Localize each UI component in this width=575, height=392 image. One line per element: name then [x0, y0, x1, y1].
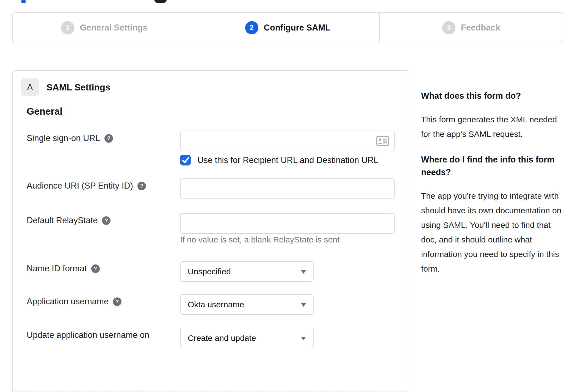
help-icon[interactable]: ?: [91, 264, 100, 273]
wizard-stepper: 1 General Settings 2 Configure SAML 3 Fe…: [12, 12, 563, 43]
help-heading-where: Where do I find the info this form needs…: [421, 153, 566, 179]
help-heading-what: What does this form do?: [421, 90, 566, 102]
cutoff-title-fragment-blue: [21, 0, 26, 3]
update-username-select[interactable]: Create and update: [180, 328, 314, 348]
general-section-title: General: [27, 106, 62, 117]
select-value-text: Create and update: [188, 333, 256, 343]
help-body-where: The app you're trying to integrate with …: [421, 189, 566, 276]
help-icon[interactable]: ?: [113, 297, 121, 306]
section-dashed-divider: [14, 391, 408, 391]
step-feedback[interactable]: 3 Feedback: [379, 13, 563, 43]
select-value-text: Okta username: [188, 300, 244, 309]
check-icon: [182, 157, 189, 163]
step-general-settings[interactable]: 1 General Settings: [13, 13, 196, 43]
field-label-text: Audience URI (SP Entity ID): [27, 181, 133, 191]
step-number-badge: 1: [61, 21, 74, 34]
audience-uri-label: Audience URI (SP Entity ID) ?: [27, 181, 146, 191]
sso-url-input-wrap: [180, 131, 395, 151]
step-label: General Settings: [80, 23, 147, 33]
help-icon[interactable]: ?: [102, 216, 110, 225]
panel-title: SAML Settings: [46, 82, 110, 93]
name-id-format-select[interactable]: Unspecified: [180, 261, 314, 282]
field-label-text: Single sign-on URL: [27, 133, 100, 143]
chevron-down-icon: [301, 337, 306, 340]
application-username-label: Application username ?: [27, 297, 121, 307]
step-label: Feedback: [461, 23, 500, 33]
step-label: Configure SAML: [264, 23, 331, 33]
sso-url-input[interactable]: [180, 131, 395, 151]
application-username-select[interactable]: Okta username: [180, 294, 314, 315]
cutoff-title-fragment-dark: [154, 0, 167, 3]
chevron-down-icon: [301, 270, 306, 274]
chevron-down-icon: [301, 303, 306, 307]
contact-card-icon[interactable]: [376, 136, 389, 146]
step-number-badge: 3: [442, 21, 455, 34]
step-configure-saml[interactable]: 2 Configure SAML: [196, 13, 379, 43]
sso-url-label: Single sign-on URL ?: [27, 133, 113, 143]
field-label-text: Update application username on: [27, 330, 149, 340]
help-body-what: This form generates the XML needed for t…: [421, 112, 566, 141]
audience-uri-input[interactable]: [180, 178, 395, 199]
select-value-text: Unspecified: [188, 267, 231, 276]
relaystate-helper-text: If no value is set, a blank RelayState i…: [180, 235, 339, 244]
help-icon[interactable]: ?: [137, 182, 146, 190]
field-label-text: Name ID format: [27, 264, 87, 274]
recipient-url-checkbox[interactable]: [180, 155, 191, 165]
help-sidebar: What does this form do? This form genera…: [421, 90, 566, 288]
recipient-url-checkbox-row: Use this for Recipient URL and Destinati…: [180, 155, 378, 165]
field-label-text: Default RelayState: [27, 216, 98, 225]
field-label-text: Application username: [27, 297, 109, 307]
relaystate-input[interactable]: [180, 213, 395, 234]
help-icon[interactable]: ?: [104, 134, 113, 143]
name-id-format-label: Name ID format ?: [27, 264, 100, 274]
relaystate-label: Default RelayState ?: [27, 216, 110, 225]
update-username-label: Update application username on: [27, 330, 149, 340]
saml-settings-panel: A SAML Settings General Single sign-on U…: [12, 70, 409, 392]
step-number-badge: 2: [245, 21, 258, 34]
section-a-badge: A: [21, 78, 39, 96]
recipient-url-checkbox-label: Use this for Recipient URL and Destinati…: [197, 155, 378, 165]
